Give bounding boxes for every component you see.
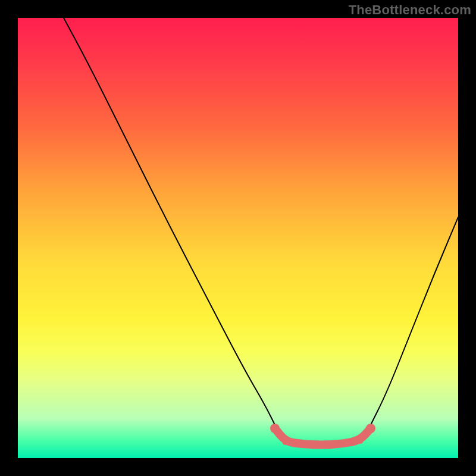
marker-dot: [366, 424, 375, 433]
curve-right-path: [369, 217, 458, 428]
marker-dot: [282, 438, 289, 445]
chart-svg: [18, 18, 458, 458]
flat-band-path: [275, 428, 371, 445]
chart-stage: TheBottleneck.com: [0, 0, 476, 476]
watermark-text: TheBottleneck.com: [349, 2, 471, 18]
marker-dot: [270, 424, 280, 433]
marker-dot: [356, 437, 364, 444]
plot-area: [18, 18, 458, 458]
curve-left-path: [64, 18, 277, 428]
